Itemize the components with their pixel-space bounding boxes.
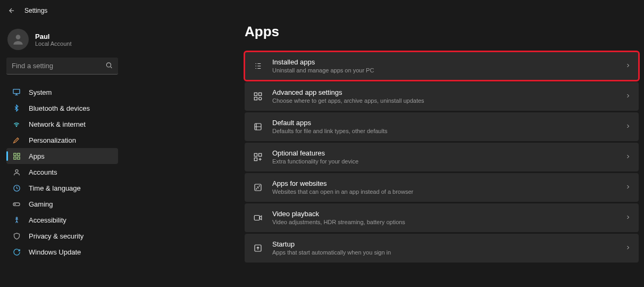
sidebar-item-accounts[interactable]: Accounts [6, 164, 118, 180]
accessibility-icon [12, 215, 21, 225]
chevron-right-icon [625, 93, 631, 101]
sidebar-item-update[interactable]: Windows Update [6, 244, 118, 260]
card-title: Advanced app settings [272, 88, 616, 97]
clock-icon [12, 183, 21, 193]
svg-rect-12 [254, 93, 257, 95]
sidebar-item-system[interactable]: System [6, 84, 118, 100]
optional-features-icon [252, 151, 264, 163]
card-text: Video playbackVideo adjustments, HDR str… [272, 210, 616, 226]
gamepad-icon [12, 199, 21, 209]
sidebar: Paul Local Account System Bluetooth & de… [0, 21, 128, 287]
sidebar-item-apps[interactable]: Apps [6, 148, 118, 164]
search-wrap [6, 58, 118, 75]
chevron-right-icon [625, 153, 631, 161]
card-text: StartupApps that start automatically whe… [272, 240, 616, 256]
card-apps-for-websites[interactable]: Apps for websitesWebsites that can open … [245, 173, 639, 202]
installed-apps-icon [252, 60, 264, 72]
sidebar-item-label: Personalization [29, 136, 76, 144]
card-subtitle: Choose where to get apps, archive apps, … [272, 97, 616, 104]
chevron-right-icon [625, 184, 631, 192]
avatar [7, 29, 29, 50]
card-title: Startup [272, 240, 616, 249]
sidebar-item-label: Accounts [29, 168, 57, 176]
svg-rect-6 [13, 157, 15, 159]
card-title: Apps for websites [272, 179, 616, 188]
apps-for-websites-icon [252, 182, 264, 193]
svg-rect-18 [259, 153, 262, 156]
default-apps-icon [252, 121, 264, 133]
arrow-left-icon [8, 7, 15, 14]
card-title: Video playback [272, 210, 616, 218]
card-subtitle: Extra functionality for your device [272, 158, 616, 165]
chevron-right-icon [625, 62, 631, 70]
card-text: Installed appsUninstall and manage apps … [272, 58, 616, 74]
svg-rect-5 [17, 153, 19, 155]
sidebar-item-label: System [29, 88, 52, 96]
svg-rect-4 [13, 153, 15, 155]
svg-point-15 [259, 97, 262, 100]
card-default-apps[interactable]: Default appsDefaults for file and link t… [245, 112, 639, 141]
account-header[interactable]: Paul Local Account [5, 26, 128, 58]
card-title: Optional features [272, 149, 616, 158]
sidebar-item-label: Apps [29, 152, 45, 160]
card-installed-apps[interactable]: Installed appsUninstall and manage apps … [245, 52, 639, 80]
search-icon [105, 62, 113, 71]
svg-rect-14 [254, 97, 257, 100]
card-text: Advanced app settingsChoose where to get… [272, 88, 616, 104]
card-video-playback[interactable]: Video playbackVideo adjustments, HDR str… [245, 203, 639, 232]
video-playback-icon [252, 212, 264, 224]
sidebar-item-label: Bluetooth & devices [29, 104, 90, 112]
svg-rect-10 [13, 203, 20, 206]
back-button[interactable] [5, 4, 18, 17]
shield-icon [12, 231, 21, 241]
svg-rect-2 [13, 89, 20, 94]
svg-point-1 [106, 63, 111, 67]
svg-point-11 [16, 217, 18, 218]
bluetooth-icon [12, 103, 21, 113]
person-icon [12, 167, 21, 177]
sidebar-item-gaming[interactable]: Gaming [6, 196, 118, 212]
card-subtitle: Video adjustments, HDR streaming, batter… [272, 218, 616, 226]
sidebar-item-label: Accessibility [29, 216, 66, 224]
card-text: Default appsDefaults for file and link t… [272, 119, 616, 135]
sidebar-item-privacy[interactable]: Privacy & security [6, 228, 118, 244]
card-advanced-app-settings[interactable]: Advanced app settingsChoose where to get… [245, 82, 639, 111]
sidebar-item-accessibility[interactable]: Accessibility [6, 212, 118, 228]
chevron-right-icon [625, 244, 631, 252]
nav: System Bluetooth & devices Network & int… [5, 84, 128, 260]
monitor-icon [12, 87, 21, 97]
svg-point-0 [16, 35, 21, 39]
search-input[interactable] [6, 58, 118, 75]
card-startup[interactable]: StartupApps that start automatically whe… [245, 234, 639, 263]
card-subtitle: Apps that start automatically when you s… [272, 249, 616, 256]
chevron-right-icon [625, 123, 631, 131]
svg-rect-7 [17, 157, 19, 159]
sidebar-item-label: Time & language [29, 184, 81, 192]
main: Apps Installed appsUninstall and manage … [128, 21, 644, 287]
titlebar: Settings [0, 0, 644, 21]
card-subtitle: Defaults for file and link types, other … [272, 127, 616, 135]
sidebar-item-network[interactable]: Network & internet [6, 116, 118, 132]
person-icon [11, 32, 25, 46]
sidebar-item-label: Network & internet [29, 120, 86, 128]
chevron-right-icon [625, 214, 631, 222]
card-subtitle: Websites that can open in an app instead… [272, 188, 616, 195]
account-text: Paul Local Account [35, 32, 72, 47]
app-title: Settings [24, 7, 47, 14]
card-text: Apps for websitesWebsites that can open … [272, 179, 616, 195]
sidebar-item-label: Privacy & security [29, 232, 83, 240]
card-title: Installed apps [272, 58, 616, 67]
page-title: Apps [245, 23, 639, 40]
svg-point-3 [16, 126, 16, 126]
card-title: Default apps [272, 119, 616, 127]
card-subtitle: Uninstall and manage apps on your PC [272, 67, 616, 74]
svg-rect-17 [254, 153, 257, 156]
sidebar-item-bluetooth[interactable]: Bluetooth & devices [6, 100, 118, 116]
sidebar-item-personalization[interactable]: Personalization [6, 132, 118, 148]
sidebar-item-time[interactable]: Time & language [6, 180, 118, 196]
refresh-icon [12, 247, 21, 257]
card-optional-features[interactable]: Optional featuresExtra functionality for… [245, 143, 639, 171]
sidebar-item-label: Gaming [29, 200, 53, 208]
account-name: Paul [35, 32, 72, 40]
card-text: Optional featuresExtra functionality for… [272, 149, 616, 165]
